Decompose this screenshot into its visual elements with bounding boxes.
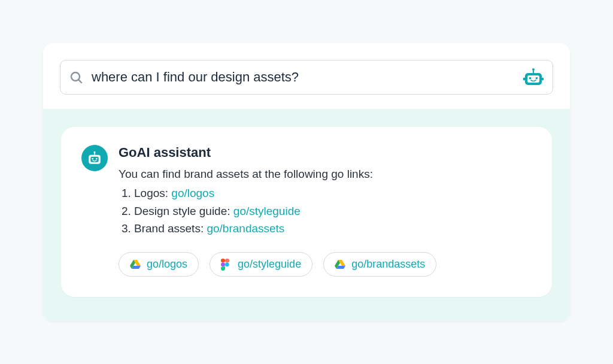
svg-rect-11 <box>94 153 95 155</box>
search-field[interactable] <box>60 60 553 95</box>
search-row <box>43 43 570 109</box>
svg-rect-15 <box>96 158 97 159</box>
assistant-robot-icon[interactable] <box>523 68 544 87</box>
chip-go-logos[interactable]: go/logos <box>119 252 199 277</box>
answer-intro: You can find brand assets at the followi… <box>119 168 532 181</box>
svg-point-22 <box>225 263 229 267</box>
svg-rect-19 <box>221 259 225 263</box>
answer-list: Logos: go/logos Design style guide: go/s… <box>119 184 532 237</box>
search-input[interactable] <box>92 69 514 85</box>
svg-rect-7 <box>536 77 538 79</box>
app-window: GoAI assistant You can find brand assets… <box>43 43 570 320</box>
svg-rect-21 <box>221 263 225 267</box>
chip-row: go/logos <box>119 252 532 277</box>
go-link[interactable]: go/logos <box>171 187 214 199</box>
svg-rect-6 <box>529 77 531 79</box>
svg-line-1 <box>78 80 81 83</box>
figma-icon <box>221 259 232 269</box>
go-link[interactable]: go/brandassets <box>207 222 284 235</box>
list-item: Design style guide: go/styleguide <box>134 202 532 220</box>
list-item-label: Logos: <box>134 187 171 199</box>
svg-rect-14 <box>92 158 93 159</box>
chip-label: go/logos <box>147 258 187 271</box>
list-item-label: Design style guide: <box>134 205 233 217</box>
chip-go-styleguide[interactable]: go/styleguide <box>210 252 312 277</box>
list-item: Logos: go/logos <box>134 184 532 202</box>
list-item: Brand assets: go/brandassets <box>134 220 532 237</box>
result-panel: GoAI assistant You can find brand assets… <box>43 109 570 320</box>
svg-rect-3 <box>533 70 534 73</box>
svg-point-8 <box>523 78 526 81</box>
svg-point-9 <box>541 78 544 81</box>
assistant-name: GoAI assistant <box>119 145 532 160</box>
list-item-label: Brand assets: <box>134 222 207 235</box>
answer-card: GoAI assistant You can find brand assets… <box>61 127 552 296</box>
chip-go-brandassets[interactable]: go/brandassets <box>323 252 436 277</box>
chip-label: go/styleguide <box>238 258 301 271</box>
assistant-avatar <box>81 145 108 171</box>
chip-label: go/brandassets <box>351 258 425 271</box>
go-link[interactable]: go/styleguide <box>233 205 301 217</box>
search-icon <box>69 70 83 84</box>
svg-rect-20 <box>225 259 229 263</box>
drive-icon <box>335 259 345 269</box>
drive-icon <box>130 259 141 269</box>
